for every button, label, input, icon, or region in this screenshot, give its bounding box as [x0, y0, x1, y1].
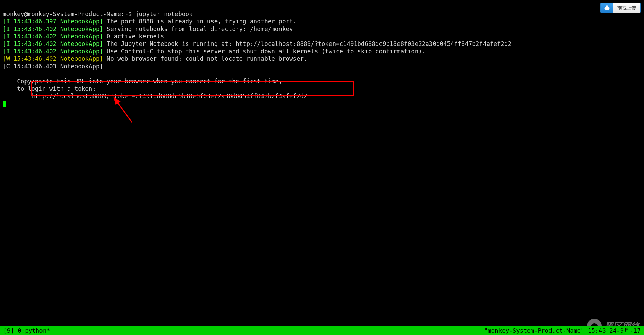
log-line: [I 15:43:46.402 NotebookApp] The Jupyter… — [3, 40, 511, 47]
tmux-statusbar: [9] 0:python* "monkey-System-Product-Nam… — [0, 326, 644, 335]
terminal-output: monkey@monkey-System-Product-Name:~$ jup… — [3, 3, 641, 107]
log-url: http://localhost:8889/?token=c1491bd688d… — [3, 93, 307, 100]
log-line: [W 15:43:46.402 NotebookApp] No web brow… — [3, 55, 307, 62]
drag-upload-widget[interactable]: 拖拽上传 — [600, 3, 641, 13]
statusbar-right: "monkey-System-Product-Name" 15:43 24-9月… — [484, 326, 641, 335]
log-line: [C 15:43:46.403 NotebookApp] — [3, 63, 107, 70]
drag-upload-label: 拖拽上传 — [613, 3, 640, 13]
prompt-path: ~ — [124, 11, 128, 17]
log-instr-2: to login with a token: — [3, 85, 96, 92]
prompt-userhost: monkey@monkey-System-Product-Name — [3, 11, 121, 17]
log-instr-1: Copy/paste this URL into your browser wh… — [3, 78, 282, 85]
log-line: [I 15:43:46.397 NotebookApp] The port 88… — [3, 18, 296, 25]
cloud-upload-icon — [601, 3, 613, 13]
log-line: [I 15:43:46.402 NotebookApp] Use Control… — [3, 48, 425, 55]
shell-prompt: monkey@monkey-System-Product-Name:~$ — [3, 11, 135, 17]
terminal-cursor — [3, 101, 6, 107]
svg-rect-4 — [606, 8, 608, 10]
log-line: [I 15:43:46.402 NotebookApp] 0 active ke… — [3, 33, 164, 40]
prompt-symbol: $ — [128, 11, 132, 17]
entered-command: jupyter notebook — [135, 11, 193, 17]
log-line: [I 15:43:46.402 NotebookApp] Serving not… — [3, 25, 293, 32]
statusbar-left: [9] 0:python* — [3, 326, 50, 335]
